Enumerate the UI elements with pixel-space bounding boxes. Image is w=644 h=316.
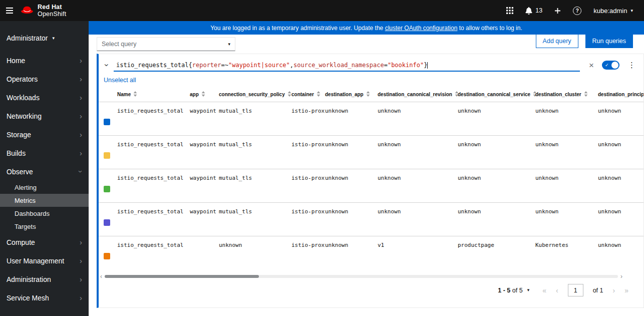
- sidebar-item-alerting[interactable]: Alerting: [0, 181, 89, 194]
- promql-token-metric: istio_requests_total: [116, 62, 189, 69]
- sidebar-item-label: Observe: [7, 168, 33, 176]
- column-header-label: app: [190, 92, 199, 97]
- series-color-swatch[interactable]: [104, 186, 110, 192]
- first-page-button[interactable]: «: [542, 287, 546, 294]
- sort-icon: [201, 91, 205, 98]
- column-header-destination-canonical-service[interactable]: destination_canonical_service: [458, 88, 535, 102]
- main-content: You are logged in as a temporary adminis…: [89, 21, 644, 316]
- cell-destination-canonical-revision: unknown: [378, 136, 458, 169]
- query-enabled-toggle[interactable]: ✓: [602, 61, 619, 70]
- cell-destination-cluster: unknown: [535, 169, 598, 202]
- notifications-button[interactable]: 13: [525, 7, 542, 15]
- sidebar-item-label: User Management: [7, 257, 64, 265]
- column-header-label: connection_security_policy: [219, 92, 285, 97]
- sidebar-items: Home›Operators›Workloads›Networking›Stor…: [0, 51, 89, 307]
- sort-icon: [287, 91, 291, 98]
- sidebar-item-operators[interactable]: Operators›: [0, 70, 89, 88]
- chevron-right-icon: ›: [80, 294, 82, 301]
- scroll-left-icon[interactable]: ‹: [100, 273, 102, 279]
- cell-destination-app: unknown: [325, 169, 378, 202]
- column-header-label: destination_app: [325, 92, 364, 97]
- cell-destination-canonical-service: unknown: [458, 203, 535, 236]
- next-page-button[interactable]: ›: [613, 287, 615, 294]
- sort-icon: [584, 91, 588, 98]
- sidebar-item-storage[interactable]: Storage›: [0, 125, 89, 144]
- column-header-container[interactable]: container: [291, 88, 325, 102]
- run-queries-button[interactable]: Run queries: [585, 34, 633, 48]
- column-header-app[interactable]: app: [190, 88, 219, 102]
- sidebar-item-workloads[interactable]: Workloads›: [0, 88, 89, 107]
- current-page-input[interactable]: 1: [568, 284, 583, 296]
- sidebar-item-service-mesh[interactable]: Service Mesh›: [0, 288, 89, 307]
- series-color-swatch[interactable]: [104, 253, 110, 259]
- series-swatch-cell: [99, 136, 117, 169]
- perspective-label: Administrator: [7, 34, 48, 42]
- cell-destination-principal: unknown: [598, 102, 643, 135]
- sidebar-item-targets[interactable]: Targets: [0, 220, 89, 233]
- sidebar-item-metrics[interactable]: Metrics: [0, 194, 89, 207]
- scrollbar-track[interactable]: [105, 275, 618, 278]
- column-header-label: destination_canonical_service: [458, 92, 530, 97]
- brand-logo[interactable]: Red Hat OpenShift: [20, 4, 66, 18]
- table-row: istio_requests_totalwaypointmutual_tlsis…: [99, 136, 643, 169]
- user-menu[interactable]: kube:admin ▾: [593, 7, 633, 15]
- cell-name: istio_requests_total: [117, 169, 190, 202]
- promql-token-brace: {: [189, 62, 192, 69]
- sidebar-item-compute[interactable]: Compute›: [0, 233, 89, 251]
- question-icon: ?: [573, 7, 581, 15]
- column-header-destination-cluster[interactable]: destination_cluster: [535, 88, 598, 102]
- cell-destination-canonical-revision: unknown: [378, 169, 458, 202]
- query-expression-input[interactable]: istio_requests_total{reporter=~"waypoint…: [114, 59, 580, 72]
- column-header-destination-app[interactable]: destination_app: [325, 88, 378, 102]
- query-kebab-menu[interactable]: ⋮: [626, 61, 637, 70]
- scrollbar-thumb[interactable]: [105, 275, 259, 278]
- sidebar-item-user-management[interactable]: User Management›: [0, 251, 89, 270]
- cell-app: waypoint: [190, 102, 219, 135]
- cell-container: istio-proxy: [291, 136, 325, 169]
- login-banner: You are logged in as a temporary adminis…: [89, 21, 644, 35]
- help-button[interactable]: ?: [573, 7, 581, 15]
- sidebar-item-dashboards[interactable]: Dashboards: [0, 207, 89, 220]
- import-yaml-button[interactable]: [554, 8, 561, 14]
- last-page-button[interactable]: »: [624, 287, 628, 294]
- metrics-table: Nameappconnection_security_policycontain…: [99, 88, 643, 269]
- menu-toggle-button[interactable]: [3, 5, 16, 17]
- sidebar-item-networking[interactable]: Networking›: [0, 107, 89, 125]
- series-color-swatch[interactable]: [104, 219, 110, 226]
- cell-connection-security-policy: mutual_tls: [219, 102, 291, 135]
- sidebar-item-label: Compute: [7, 238, 35, 246]
- promql-token-string: "waypoint|source": [228, 62, 290, 69]
- per-page-dropdown[interactable]: 1 - 5 of 5 ▾: [498, 287, 529, 294]
- column-header-name[interactable]: Name: [117, 88, 190, 102]
- prev-page-button[interactable]: ‹: [556, 287, 558, 294]
- grid-icon: [506, 7, 513, 14]
- cell-destination-cluster: Kubernetes: [535, 236, 598, 269]
- unselect-all-link[interactable]: Unselect all: [104, 77, 136, 84]
- sidebar-item-home[interactable]: Home›: [0, 51, 89, 70]
- column-header-destination-canonical-revision[interactable]: destination_canonical_revision: [378, 88, 458, 102]
- notification-count: 13: [535, 7, 542, 14]
- cell-app: [190, 236, 219, 269]
- column-header-destination-principal[interactable]: destination_principal: [598, 88, 643, 102]
- select-query-dropdown[interactable]: Select query ▾: [97, 37, 235, 51]
- sidebar-item-administration[interactable]: Administration›: [0, 270, 89, 288]
- cell-destination-canonical-service: unknown: [458, 136, 535, 169]
- sidebar-item-observe[interactable]: Observe›: [0, 162, 89, 181]
- sidebar-item-label: Builds: [7, 149, 26, 157]
- series-color-swatch[interactable]: [104, 152, 110, 159]
- masthead-actions: 13 ? kube:admin ▾: [506, 7, 633, 15]
- oauth-config-link[interactable]: cluster OAuth configuration: [385, 25, 458, 32]
- app-launcher-button[interactable]: [506, 7, 513, 14]
- series-color-swatch[interactable]: [104, 119, 110, 125]
- perspective-switcher[interactable]: Administrator ▾: [0, 21, 89, 51]
- column-header-connection-security-policy[interactable]: connection_security_policy: [219, 88, 291, 102]
- add-query-button[interactable]: Add query: [536, 34, 578, 48]
- table-row: istio_requests_totalwaypointmutual_tlsis…: [99, 169, 643, 203]
- banner-text-suffix: to allow others to log in.: [457, 25, 522, 32]
- check-icon: ✓: [605, 63, 609, 68]
- scroll-right-icon[interactable]: ›: [620, 273, 622, 279]
- clear-query-button[interactable]: ×: [586, 61, 597, 70]
- page-of-label: of 1: [593, 287, 603, 294]
- sidebar-item-builds[interactable]: Builds›: [0, 144, 89, 162]
- query-expand-toggle[interactable]: ›: [100, 59, 114, 72]
